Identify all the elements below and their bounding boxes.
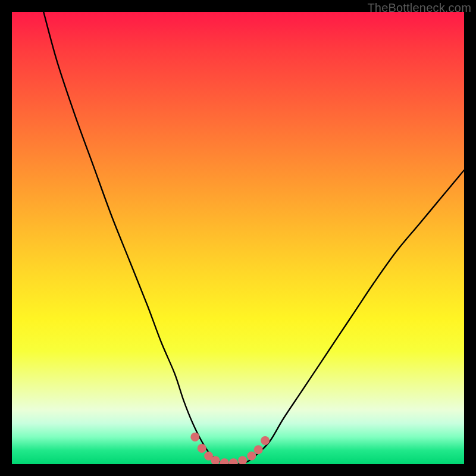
marker-dot <box>238 456 247 464</box>
plot-area <box>12 12 464 464</box>
bottleneck-markers <box>190 433 270 464</box>
marker-dot <box>254 445 263 454</box>
bottleneck-curve <box>43 12 464 464</box>
marker-dot <box>190 433 199 441</box>
marker-dot <box>229 458 238 464</box>
marker-dot <box>198 444 206 453</box>
marker-dot <box>261 436 270 445</box>
marker-dot <box>220 458 229 464</box>
marker-dot <box>247 452 256 461</box>
chart-svg <box>12 12 464 464</box>
chart-frame: TheBottleneck.com <box>0 0 476 476</box>
